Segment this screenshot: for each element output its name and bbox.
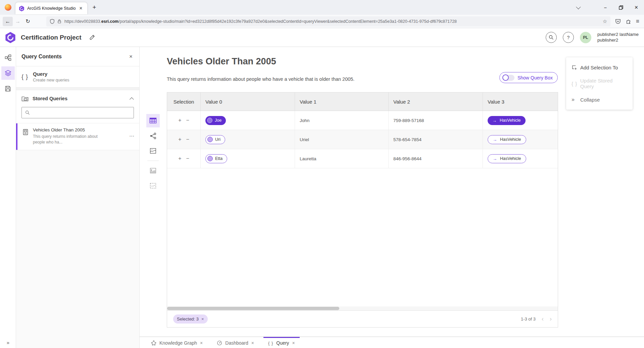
tab-list-chevron-icon[interactable]	[570, 0, 586, 15]
scrollbar-thumb[interactable]	[167, 307, 339, 310]
question-icon: ?	[567, 35, 570, 40]
dashboard-gauge-icon	[217, 340, 222, 346]
close-tab-icon[interactable]: ×	[292, 340, 295, 346]
menu-item-update-stored-query[interactable]: { } Update Stored Query	[566, 75, 633, 92]
bookmark-star-icon[interactable]: ☆	[603, 18, 607, 24]
knowledge-graph-icon	[151, 340, 156, 346]
firefox-icon[interactable]	[5, 4, 11, 11]
stored-query-item[interactable]: Vehicles Older Than 2005 This query retu…	[16, 123, 139, 150]
remove-from-selection-button[interactable]: −	[184, 156, 192, 162]
table-footer: Selected: 3 × 1-3 of 3 ‹ ›	[167, 310, 558, 327]
close-tab-icon[interactable]: ×	[251, 340, 254, 346]
shield-icon[interactable]	[50, 19, 55, 24]
tab-close-icon[interactable]: ×	[77, 5, 85, 12]
link-chart-view-button[interactable]	[146, 129, 160, 142]
avatar[interactable]: PL	[580, 32, 591, 43]
entity-pill[interactable]: Etta	[205, 154, 227, 163]
search-button[interactable]	[546, 32, 557, 43]
user-info[interactable]: publisher2 lastName publisher2	[597, 32, 639, 43]
cell-value: John	[295, 111, 389, 130]
selection-bar	[16, 123, 17, 150]
menu-item-add-selection-to[interactable]: Add Selection To	[566, 59, 633, 75]
tab-query[interactable]: { } Query ×	[263, 337, 300, 348]
tab-knowledge-graph[interactable]: Knowledge Graph ×	[146, 337, 207, 348]
column-header: Value 0	[201, 93, 295, 111]
stored-queries-search[interactable]	[21, 107, 134, 118]
lock-icon[interactable]	[57, 19, 62, 24]
query-create-item[interactable]: { } Query Create new queries	[16, 66, 139, 88]
window-close-button[interactable]: ×	[629, 0, 644, 15]
add-to-selection-button[interactable]: +	[176, 117, 184, 123]
cell-value: Lauretta	[295, 149, 389, 168]
entity-pill[interactable]: Uri	[205, 135, 225, 144]
table-view-button[interactable]	[146, 114, 160, 127]
row-range: 1-3 of 3	[521, 316, 536, 322]
expand-rail-button[interactable]: »	[0, 340, 16, 345]
relationship-pill[interactable]: →HasVehicle	[488, 154, 526, 163]
column-header: Value 2	[389, 93, 483, 111]
braces-icon: { }	[21, 73, 28, 80]
relationship-pill[interactable]: →HasVehicle	[488, 135, 526, 144]
toolbar-extensions: ≡	[615, 18, 639, 25]
menu-item-collapse[interactable]: » Collapse	[566, 92, 633, 108]
add-to-selection-button[interactable]: +	[176, 156, 184, 162]
panel-close-icon[interactable]: ×	[128, 53, 134, 61]
window-minimize-button[interactable]: −	[598, 0, 613, 15]
selected-count-chip[interactable]: Selected: 3 ×	[173, 314, 208, 324]
query-item-desc: Create new queries	[33, 78, 69, 82]
stored-queries-header[interactable]: Stored Queries	[16, 90, 139, 107]
rail-data-model-button[interactable]	[1, 51, 15, 64]
save-icon	[5, 85, 11, 92]
content-tab-bar: Knowledge Graph × Dashboard × { } Query …	[140, 337, 644, 348]
new-map-view-button[interactable]	[146, 164, 160, 177]
results-table: Selection Value 0 Value 1 Value 2 Value …	[167, 92, 558, 328]
close-tab-icon[interactable]: ×	[200, 340, 203, 346]
item-options-icon[interactable]: ⋯	[129, 133, 135, 139]
pocket-icon[interactable]	[615, 18, 621, 24]
show-query-box-toggle[interactable]: Show Query Box	[499, 72, 558, 83]
table-header-row: Selection Value 0 Value 1 Value 2 Value …	[167, 93, 558, 111]
extensions-puzzle-icon[interactable]	[626, 18, 631, 24]
arrow-right-icon: →	[492, 118, 497, 123]
remove-from-selection-button[interactable]: −	[184, 117, 192, 123]
table-icon	[149, 117, 157, 125]
search-input[interactable]	[33, 110, 130, 115]
add-to-selection-button[interactable]: +	[176, 136, 184, 142]
window-restore-button[interactable]	[613, 0, 629, 15]
horizontal-scrollbar[interactable]	[167, 306, 558, 310]
collapse-guillemet-icon: »	[572, 97, 575, 103]
toggle-switch[interactable]	[502, 75, 514, 81]
browser-tab[interactable]: ArcGIS Knowledge Studio ×	[15, 2, 87, 14]
url-bar[interactable]: https://dev0028833.esri.com/portal/apps/…	[46, 16, 610, 26]
rail-save-button[interactable]	[1, 82, 15, 95]
braces-icon: { }	[572, 81, 577, 86]
back-button[interactable]: ←	[3, 17, 13, 26]
selection-map-view-button[interactable]	[146, 179, 160, 192]
map-view-button[interactable]	[146, 144, 160, 158]
view-switcher	[145, 114, 161, 194]
entity-pill[interactable]: Joe	[205, 116, 226, 125]
search-icon	[25, 110, 30, 115]
previous-page-icon[interactable]: ‹	[542, 315, 544, 323]
user-sub: publisher2	[597, 38, 639, 43]
search-icon	[549, 35, 554, 40]
query-contents-panel: Query Contents × { } Query Create new qu…	[16, 47, 140, 348]
help-button[interactable]: ?	[563, 32, 574, 43]
reload-button[interactable]: ↻	[23, 17, 33, 26]
edit-pencil-icon[interactable]	[89, 34, 95, 41]
url-text: https://dev0028833.esri.com/portal/apps/…	[64, 19, 600, 24]
braces-icon: { }	[268, 341, 273, 346]
next-page-icon[interactable]: ›	[550, 315, 552, 323]
menu-hamburger-icon[interactable]: ≡	[636, 18, 639, 25]
remove-from-selection-button[interactable]: −	[184, 136, 192, 142]
browser-window: ArcGIS Knowledge Studio × + − × ← → ↻	[0, 0, 644, 348]
clear-selection-icon[interactable]: ×	[201, 316, 204, 322]
cell-value: Uriel	[295, 130, 389, 149]
rail-layers-button[interactable]	[1, 66, 15, 80]
page-title: Vehicles Older Than 2005	[167, 56, 276, 67]
forward-button[interactable]: →	[13, 17, 23, 26]
tab-dashboard[interactable]: Dashboard ×	[212, 337, 259, 348]
relationship-pill[interactable]: →HasVehicle	[488, 116, 526, 125]
stored-query-title: Vehicles Older Than 2005	[33, 127, 104, 132]
new-tab-button[interactable]: +	[91, 4, 98, 11]
